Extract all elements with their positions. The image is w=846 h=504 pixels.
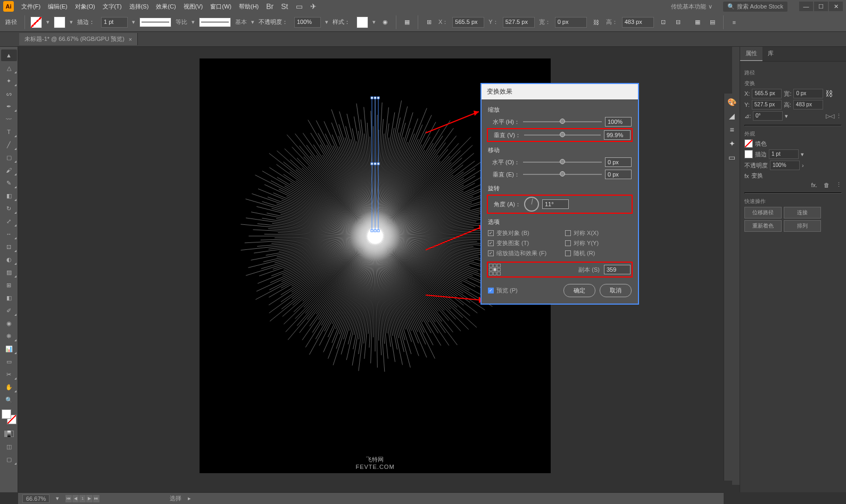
- bridge-icon[interactable]: Br: [266, 2, 273, 11]
- eyedropper-tool[interactable]: ✐: [1, 305, 17, 316]
- maximize-button[interactable]: ☐: [814, 2, 828, 11]
- color-panel-icon[interactable]: 🎨: [727, 98, 736, 106]
- brushes-panel-icon[interactable]: ≡: [729, 125, 734, 134]
- menu-file[interactable]: 文件(F): [21, 3, 40, 11]
- stroke-panel-icon[interactable]: ▭: [728, 153, 735, 162]
- transform-pattern-checkbox[interactable]: ✓变换图案 (T): [488, 239, 554, 247]
- link-wh-icon[interactable]: ⛓: [591, 17, 602, 28]
- stock-icon[interactable]: St: [281, 2, 288, 11]
- prop-stroke-swatch[interactable]: [744, 150, 753, 158]
- menu-text[interactable]: 文字(T): [103, 3, 122, 11]
- nav-prev[interactable]: ◀: [72, 495, 79, 502]
- anchor-ref-icon[interactable]: ⊞: [424, 17, 434, 28]
- menu-select[interactable]: 选择(S): [129, 3, 149, 11]
- pen-tool[interactable]: ✒: [1, 100, 17, 112]
- y-input[interactable]: 527.5 px: [503, 17, 535, 28]
- curvature-tool[interactable]: 〰: [1, 113, 17, 125]
- gpu-icon[interactable]: ✈: [310, 2, 317, 11]
- shape-icon1[interactable]: ⊡: [658, 17, 669, 28]
- graph-tool[interactable]: 📊: [1, 343, 17, 355]
- applied-effect[interactable]: 变换: [751, 172, 763, 180]
- angle-dial[interactable]: [524, 197, 539, 212]
- mirror-y-checkbox[interactable]: 对称 Y(Y): [565, 239, 632, 247]
- rotate-tool[interactable]: ↻: [1, 203, 17, 214]
- rectangle-tool[interactable]: ▢: [1, 152, 17, 163]
- cancel-button[interactable]: 取消: [600, 284, 632, 297]
- arrange-icon[interactable]: ▭: [296, 2, 303, 11]
- isolate-icon[interactable]: ▦: [692, 17, 703, 28]
- type-tool[interactable]: T: [1, 126, 17, 138]
- menu-help[interactable]: 帮助(H): [239, 3, 259, 11]
- h-input[interactable]: 483 px: [622, 17, 654, 28]
- recolor-icon[interactable]: ◉: [380, 17, 391, 28]
- ok-button[interactable]: 确定: [563, 284, 595, 297]
- prop-h-input[interactable]: 483 px: [793, 100, 823, 110]
- offset-path-button[interactable]: 位移路径: [744, 207, 782, 219]
- line-tool[interactable]: ╱: [1, 139, 17, 150]
- move-h-slider[interactable]: [523, 162, 602, 163]
- move-h-input[interactable]: 0 px: [605, 157, 632, 167]
- lasso-tool[interactable]: ᔕ: [1, 88, 17, 99]
- transform-object-checkbox[interactable]: ✓变换对象 (B): [488, 229, 554, 237]
- random-checkbox[interactable]: 随机 (R): [565, 249, 632, 257]
- delete-effect-icon[interactable]: 🗑: [824, 182, 830, 188]
- recolor-button[interactable]: 重新着色: [744, 220, 782, 232]
- scale-h-input[interactable]: 100%: [605, 117, 632, 127]
- anchor-origin[interactable]: [489, 264, 501, 275]
- scale-v-input[interactable]: 99.9%: [604, 130, 631, 140]
- w-input[interactable]: 0 px: [555, 17, 587, 28]
- screen-mode-icon[interactable]: ▢: [1, 453, 17, 465]
- stroke-width-input[interactable]: 1 pt: [101, 17, 128, 28]
- scale-stroke-checkbox[interactable]: ✓缩放描边和效果 (F): [488, 249, 554, 257]
- close-window-button[interactable]: ✕: [829, 2, 843, 11]
- hand-tool[interactable]: ✋: [1, 381, 17, 393]
- move-v-slider[interactable]: [523, 174, 602, 175]
- menu-effect[interactable]: 效果(C): [156, 3, 176, 11]
- selection-tool[interactable]: ▲: [1, 49, 17, 61]
- library-tab[interactable]: 库: [762, 47, 779, 61]
- zoom-level[interactable]: 66.67%: [22, 494, 49, 503]
- nav-first[interactable]: ⏮: [65, 495, 72, 502]
- draw-mode-icon[interactable]: ◫: [1, 441, 17, 452]
- symbols-panel-icon[interactable]: ✦: [729, 139, 735, 148]
- prop-stroke-input[interactable]: 1 pt: [769, 149, 799, 159]
- menu-window[interactable]: 窗口(W): [210, 3, 231, 11]
- eraser-tool[interactable]: ◧: [1, 190, 17, 201]
- shape-builder-tool[interactable]: ◐: [1, 254, 17, 265]
- scale-h-slider[interactable]: [523, 121, 602, 122]
- prop-y-input[interactable]: 527.5 px: [752, 100, 782, 110]
- nav-next[interactable]: ▶: [86, 495, 93, 502]
- prop-angle-input[interactable]: 0°: [753, 111, 783, 121]
- nav-last[interactable]: ⏭: [93, 495, 99, 502]
- arrange-button[interactable]: 排列: [784, 220, 821, 232]
- fill-stroke-swatches[interactable]: [2, 409, 16, 424]
- swatches-panel-icon[interactable]: ◢: [729, 112, 735, 120]
- join-button[interactable]: 连接: [784, 207, 821, 219]
- prop-x-input[interactable]: 565.5 px: [752, 89, 782, 98]
- mesh-tool[interactable]: ⊞: [1, 279, 17, 291]
- blend-tool[interactable]: ◉: [1, 317, 17, 329]
- lock-aspect-icon[interactable]: ⛓: [825, 89, 833, 98]
- minimize-button[interactable]: —: [799, 2, 813, 11]
- zoom-tool[interactable]: 🔍: [1, 394, 17, 406]
- stroke-profile[interactable]: [139, 18, 171, 27]
- magic-wand-tool[interactable]: ✦: [1, 75, 17, 87]
- menu-view[interactable]: 视图(V): [184, 3, 203, 11]
- symbol-spray-tool[interactable]: ❋: [1, 330, 17, 342]
- document-tab[interactable]: 未标题-1* @ 66.67% (RGB/GPU 预览) ×: [19, 33, 138, 45]
- prop-opacity-input[interactable]: 100%: [770, 161, 800, 170]
- brush-tool[interactable]: 🖌: [1, 164, 17, 176]
- stroke-swatch[interactable]: [54, 16, 65, 28]
- align-icon[interactable]: ▦: [402, 17, 412, 28]
- scale-tool[interactable]: ⤢: [1, 215, 17, 227]
- move-v-input[interactable]: 0 px: [605, 170, 632, 179]
- scale-v-slider[interactable]: [524, 135, 601, 136]
- mirror-x-checkbox[interactable]: 对称 X(X): [565, 229, 632, 237]
- menu-icon[interactable]: ≡: [729, 17, 740, 28]
- style-swatch[interactable]: [356, 16, 368, 28]
- properties-tab[interactable]: 属性: [740, 47, 762, 61]
- color-mode-icon[interactable]: [1, 428, 17, 440]
- prop-fill-swatch[interactable]: [744, 139, 753, 148]
- fill-swatch[interactable]: [30, 16, 42, 28]
- prop-w-input[interactable]: 0 px: [793, 89, 823, 98]
